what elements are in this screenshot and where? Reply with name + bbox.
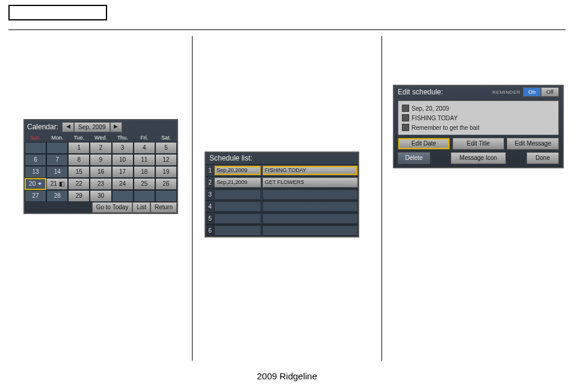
- reminder-label: REMINDER: [492, 90, 520, 95]
- day-header: Tue.: [68, 133, 90, 142]
- calendar-cell[interactable]: 23: [90, 178, 111, 190]
- calendar-cell[interactable]: 8: [68, 154, 90, 166]
- calendar-cell[interactable]: 4: [134, 142, 155, 154]
- calendar-cell[interactable]: 14: [46, 166, 68, 178]
- calendar-cell[interactable]: 26: [155, 178, 177, 190]
- calendar-cell[interactable]: 2: [90, 142, 111, 154]
- message-icon: [402, 124, 409, 131]
- calendar-cell[interactable]: 16: [90, 166, 111, 178]
- row-number: 3: [206, 191, 214, 198]
- go-to-today-button[interactable]: Go to Today: [92, 202, 133, 213]
- calendar-cell[interactable]: 17: [112, 166, 134, 178]
- calendar-header: Calendar: ◀ Sep, 2009 ▶: [25, 120, 177, 133]
- calendar-cell[interactable]: 11: [134, 154, 155, 166]
- schedule-row: 6: [206, 224, 358, 236]
- row-date: Sep,20,2009: [214, 165, 261, 176]
- calendar-cell: [25, 142, 46, 154]
- edit-schedule-title: Edit schedule:: [398, 88, 492, 96]
- calendar-cell[interactable]: 7: [46, 154, 68, 166]
- calendar-cell[interactable]: 5: [155, 142, 177, 154]
- row-title: FISHING TODAY: [262, 165, 358, 176]
- row-title: [262, 225, 358, 236]
- schedule-row: 3: [206, 188, 358, 200]
- calendar-cell[interactable]: 9: [90, 154, 111, 166]
- calendar-cell[interactable]: 3: [112, 142, 134, 154]
- month-label[interactable]: Sep, 2009: [74, 122, 110, 132]
- row-date: Sep,21,2009: [214, 177, 261, 188]
- calendar-widget: Calendar: ◀ Sep, 2009 ▶ Sun.Mon.Tue.Wed.…: [23, 119, 178, 214]
- done-button[interactable]: Done: [526, 152, 559, 164]
- calendar-cell[interactable]: 6: [25, 154, 46, 166]
- row-number: 6: [206, 227, 214, 234]
- day-header: Wed.: [90, 133, 111, 142]
- day-header: Mon.: [46, 133, 68, 142]
- schedule-date: Sep, 20, 2009: [412, 105, 449, 112]
- calendar-cell[interactable]: 30: [90, 190, 111, 202]
- calendar-title: Calendar:: [27, 123, 58, 131]
- schedule-list-widget: Schedule list: 1Sep,20,2009FISHING TODAY…: [205, 152, 359, 237]
- schedule-message: Remember to get the bait: [412, 124, 480, 131]
- calendar-cell[interactable]: 24: [112, 178, 134, 190]
- calendar-cell[interactable]: 27: [25, 190, 46, 202]
- reminder-on[interactable]: On: [523, 87, 541, 97]
- row-number: 4: [206, 203, 214, 210]
- day-header: Sun.: [25, 133, 46, 142]
- calendar-cell[interactable]: 15: [68, 166, 90, 178]
- schedule-title-text: FISHING TODAY: [412, 115, 458, 121]
- edit-date-button[interactable]: Edit Date: [398, 138, 450, 150]
- day-header: Sat.: [155, 133, 177, 142]
- calendar-cell[interactable]: 20 ✦: [25, 178, 46, 190]
- title-icon: [402, 114, 409, 121]
- day-header-row: Sun.Mon.Tue.Wed.Thu.Fri.Sat.: [25, 133, 177, 142]
- calendar-cell[interactable]: 1: [68, 142, 90, 154]
- edit-message-button[interactable]: Edit Message: [507, 138, 559, 150]
- calendar-cell[interactable]: 21 ◧: [46, 178, 68, 190]
- calendar-cell: [46, 142, 68, 154]
- calendar-footer: Go to Today List Return: [25, 202, 177, 213]
- calendar-cell[interactable]: 29: [68, 190, 90, 202]
- calendar-cell[interactable]: 25: [134, 178, 155, 190]
- calendar-grid: 1234567891011121314151617181920 ✦21 ◧222…: [25, 142, 177, 202]
- row-number: 1: [206, 167, 214, 174]
- schedule-row: 4: [206, 200, 358, 212]
- reminder-off[interactable]: Off: [541, 87, 559, 97]
- horizontal-rule: [8, 29, 566, 30]
- list-button[interactable]: List: [132, 202, 150, 213]
- column-divider: [381, 36, 382, 361]
- schedule-detail-box: Sep, 20, 2009 FISHING TODAY Remember to …: [398, 100, 559, 135]
- prev-month-button[interactable]: ◀: [62, 122, 74, 132]
- calendar-cell[interactable]: 19: [155, 166, 177, 178]
- table-of-contents-link[interactable]: [8, 5, 107, 20]
- row-date: [214, 213, 261, 224]
- row-number: 2: [206, 179, 214, 186]
- row-title: [262, 189, 358, 200]
- row-date: [214, 189, 261, 200]
- calendar-cell[interactable]: 12: [155, 154, 177, 166]
- schedule-row[interactable]: 2Sep,21,2009GET FLOWERS: [206, 176, 358, 188]
- column-divider: [192, 36, 193, 361]
- next-month-button[interactable]: ▶: [110, 122, 122, 132]
- delete-button[interactable]: Delete: [398, 152, 430, 164]
- row-title: GET FLOWERS: [262, 177, 358, 188]
- calendar-cell[interactable]: 10: [112, 154, 134, 166]
- message-icon-button[interactable]: Message Icon: [451, 152, 506, 164]
- calendar-cell: [134, 190, 155, 202]
- reminder-toggle[interactable]: On Off: [523, 87, 559, 97]
- row-date: [214, 201, 261, 212]
- page-footer: 2009 Ridgeline: [0, 371, 574, 381]
- return-button[interactable]: Return: [150, 202, 177, 213]
- day-header: Thu.: [112, 133, 134, 142]
- calendar-cell[interactable]: 28: [46, 190, 68, 202]
- calendar-cell: [112, 190, 134, 202]
- edit-schedule-widget: Edit schedule: REMINDER On Off Sep, 20, …: [393, 85, 564, 168]
- row-date: [214, 225, 261, 236]
- schedule-row: 5: [206, 212, 358, 224]
- calendar-cell[interactable]: 22: [68, 178, 90, 190]
- schedule-row[interactable]: 1Sep,20,2009FISHING TODAY: [206, 164, 358, 176]
- calendar-cell[interactable]: 13: [25, 166, 46, 178]
- calendar-cell[interactable]: 18: [134, 166, 155, 178]
- row-title: [262, 201, 358, 212]
- row-title: [262, 213, 358, 224]
- schedule-list-title: Schedule list:: [206, 153, 358, 164]
- edit-title-button[interactable]: Edit Title: [452, 138, 505, 150]
